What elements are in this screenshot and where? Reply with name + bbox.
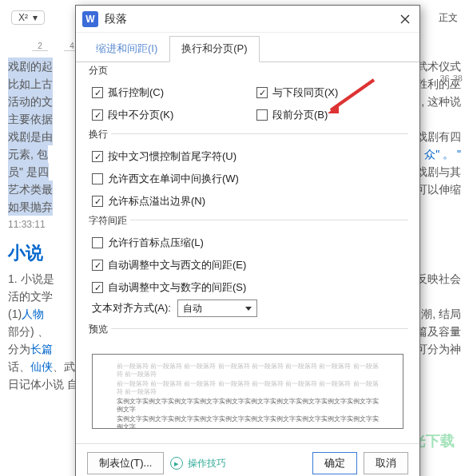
checkbox-icon <box>92 173 103 184</box>
checkbox-icon <box>256 109 268 121</box>
group-linebreak: 换行 按中文习惯控制首尾字符(U) 允许西文在单词中间换行(W) 允许标点溢出边… <box>87 133 408 215</box>
chk-auto-space-cjk-latin[interactable]: 自动调整中文与西文的间距(E) <box>92 256 408 274</box>
align-label: 文本对齐方式(A): <box>92 301 171 315</box>
checkbox-icon <box>92 196 103 207</box>
chk-auto-space-cjk-number[interactable]: 自动调整中文与数字的间距(S) <box>92 279 408 296</box>
checkbox-icon <box>92 260 103 271</box>
ruler-tick: 2 <box>32 42 48 51</box>
chevron-down-icon: ▾ <box>33 12 38 23</box>
group-label: 换行 <box>85 128 111 141</box>
play-icon: ▸ <box>170 457 183 470</box>
checkbox-icon <box>92 109 103 121</box>
group-label: 字符间距 <box>85 214 130 228</box>
tips-link[interactable]: ▸ 操作技巧 <box>170 457 226 470</box>
tab-indent[interactable]: 缩进和间距(I) <box>84 36 169 61</box>
close-icon <box>400 14 410 24</box>
align-select[interactable]: 自动 <box>177 299 257 317</box>
chk-allow-punct-overflow[interactable]: 允许标点溢出边界(N) <box>92 192 408 210</box>
titlebar[interactable]: W 段落 <box>76 6 419 33</box>
chk-keep-with-next[interactable]: 与下段同页(X) <box>256 84 408 101</box>
word-icon: W <box>82 11 98 27</box>
close-button[interactable] <box>397 11 413 27</box>
checkbox-icon <box>92 87 103 98</box>
chk-cjk-punctuation[interactable]: 按中文习惯控制首尾字符(U) <box>92 148 408 165</box>
group-pagination: 分页 孤行控制(C) 与下段同页(X) 段中不分页(K) 段前分页(B) <box>87 70 408 129</box>
chk-keep-lines-together[interactable]: 段中不分页(K) <box>92 106 244 124</box>
text-alignment-row: 文本对齐方式(A): 自动 <box>87 296 408 319</box>
checkbox-icon <box>256 87 268 98</box>
preview-box: 前一段落符 前一段落符 前一段落符 前一段落符 前一段落符 前一段落符 前一段落… <box>92 354 403 429</box>
checkbox-icon <box>92 282 103 293</box>
dialog-body: 分页 孤行控制(C) 与下段同页(X) 段中不分页(K) 段前分页(B) 换行 … <box>76 62 419 443</box>
chk-compress-leading-punct[interactable]: 允许行首标点压缩(L) <box>92 234 408 252</box>
superscript-control[interactable]: X² ▾ <box>11 10 45 25</box>
group-char-spacing: 字符间距 允许行首标点压缩(L) 自动调整中文与西文的间距(E) 自动调整中文与… <box>87 220 408 323</box>
dialog-title: 段落 <box>105 12 127 26</box>
body-text-style[interactable]: 正文 <box>439 11 458 25</box>
checkbox-icon <box>92 151 103 162</box>
x2-label: X² <box>18 12 28 23</box>
dialog-footer: 制表位(T)... ▸ 操作技巧 确定 取消 <box>76 443 419 476</box>
group-label: 预览 <box>85 323 111 336</box>
group-preview: 预览 前一段落符 前一段落符 前一段落符 前一段落符 前一段落符 前一段落符 前… <box>87 328 408 434</box>
cancel-button[interactable]: 取消 <box>364 452 408 474</box>
tabs-button[interactable]: 制表位(T)... <box>87 452 164 474</box>
chk-page-break-before[interactable]: 段前分页(B) <box>256 106 408 124</box>
tab-line-page-breaks[interactable]: 换行和分页(P) <box>169 36 259 62</box>
ruler-right: 36 38 <box>440 73 463 83</box>
paragraph-dialog: W 段落 缩进和间距(I) 换行和分页(P) 分页 孤行控制(C) 与下段同页(… <box>75 5 420 476</box>
ok-button[interactable]: 确定 <box>312 452 357 474</box>
align-value: 自动 <box>183 302 202 315</box>
chk-allow-latin-wrap[interactable]: 允许西文在单词中间换行(W) <box>92 170 408 188</box>
dialog-tabs: 缩进和间距(I) 换行和分页(P) <box>76 33 419 62</box>
chevron-down-icon <box>245 307 252 311</box>
chk-widow-control[interactable]: 孤行控制(C) <box>92 84 244 101</box>
checkbox-icon <box>92 237 103 248</box>
group-label: 分页 <box>85 64 111 77</box>
